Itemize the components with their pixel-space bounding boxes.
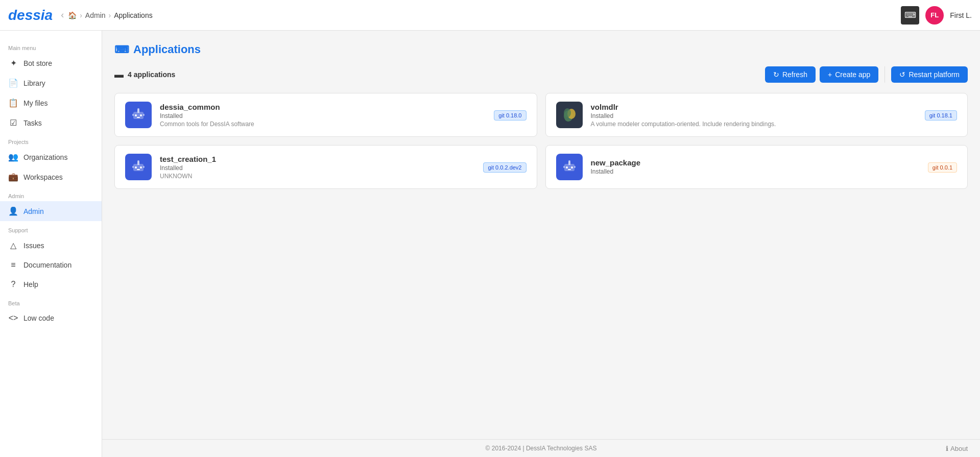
sidebar-item-label: Tasks [23, 119, 42, 127]
sidebar-item-documentation[interactable]: ≡ Documentation [0, 255, 102, 275]
header-right: ⌨ FL First L. [901, 6, 972, 25]
app-name: test_creation_1 [160, 155, 475, 163]
support-label: Support [0, 221, 102, 235]
app-name: volmdlr [591, 103, 917, 111]
app-status: Installed [591, 112, 917, 119]
documentation-icon: ≡ [8, 260, 18, 270]
app-info-new-package: new_package Installed [591, 158, 920, 176]
about-button[interactable]: ℹ About [946, 445, 968, 452]
sidebar-item-low-code[interactable]: <> Low code [0, 308, 102, 328]
app-info-volmdlr: volmdlr Installed A volume modeler compu… [591, 103, 917, 128]
main-layout: Main menu ✦ Bot store 📄 Library 📋 My fil… [0, 31, 980, 457]
version-badge: git 0.0.1 [928, 162, 957, 173]
create-label: Create app [835, 70, 870, 79]
breadcrumb-sep-2: › [109, 11, 111, 19]
refresh-button[interactable]: ↻ Refresh [765, 66, 816, 83]
svg-rect-17 [132, 166, 134, 168]
svg-point-16 [137, 160, 139, 162]
sidebar-item-tasks[interactable]: ☑ Tasks [0, 113, 102, 133]
sidebar-item-workspaces[interactable]: 💼 Workspaces [0, 167, 102, 187]
sidebar-item-label: Library [23, 79, 45, 87]
app-desc: Common tools for DessIA software [160, 121, 486, 128]
sidebar-item-issues[interactable]: △ Issues [0, 235, 102, 255]
back-button[interactable]: ‹ [61, 10, 64, 20]
sidebar-item-label: Help [23, 280, 38, 288]
main-content: ⌨ Applications ▬ 4 applications ↻ Refres… [102, 31, 980, 457]
terminal-icon: ⌨ [114, 43, 129, 56]
bot-store-icon: ✦ [8, 58, 18, 68]
library-icon: 📄 [8, 78, 18, 88]
refresh-label: Refresh [782, 70, 807, 79]
home-icon[interactable]: 🏠 [68, 11, 77, 19]
low-code-icon: <> [8, 314, 18, 323]
page-title-text: Applications [133, 43, 201, 56]
issues-icon: △ [8, 240, 18, 250]
breadcrumb-admin[interactable]: Admin [85, 11, 106, 19]
app-status: Installed [160, 112, 486, 119]
app-name: new_package [591, 158, 920, 167]
sidebar-item-library[interactable]: 📄 Library [0, 73, 102, 93]
sidebar-item-label: Workspaces [23, 173, 63, 181]
version-badge: git 0.18.1 [925, 110, 957, 121]
breadcrumb: 🏠 › Admin › Applications [68, 11, 153, 19]
svg-point-20 [566, 166, 568, 169]
app-info-dessia-common: dessia_common Installed Common tools for… [160, 103, 486, 128]
footer: © 2016-2024 | DessIA Technologies SAS ℹ … [102, 439, 980, 457]
app-card-new-package[interactable]: new_package Installed git 0.0.1 [545, 145, 968, 189]
admin-icon: 👤 [8, 206, 18, 216]
svg-rect-14 [137, 169, 140, 170]
version-badge: git 0.18.0 [494, 110, 526, 121]
svg-rect-18 [143, 166, 145, 168]
app-count-icon: ▬ [114, 69, 124, 80]
my-files-icon: 📋 [8, 98, 18, 108]
app-card-volmdlr[interactable]: volmdlr Installed A volume modeler compu… [545, 93, 968, 137]
sidebar-item-my-files[interactable]: 📋 My files [0, 93, 102, 113]
sidebar-item-label: Low code [23, 314, 54, 322]
breadcrumb-applications: Applications [114, 11, 153, 19]
app-card-test-creation-1[interactable]: test_creation_1 Installed UNKNOWN git 0.… [114, 145, 537, 189]
sidebar-item-bot-store[interactable]: ✦ Bot store [0, 53, 102, 73]
logo: dessia [8, 7, 53, 23]
sidebar-item-label: Documentation [23, 261, 71, 269]
svg-rect-22 [568, 169, 571, 170]
admin-label: Admin [0, 187, 102, 201]
toolbar-right: ↻ Refresh + Create app ↺ Restart platfor… [765, 66, 968, 83]
app-icon-test-creation-1 [125, 154, 152, 180]
sidebar-item-organizations[interactable]: 👥 Organizations [0, 147, 102, 167]
projects-label: Projects [0, 133, 102, 147]
svg-point-21 [571, 166, 573, 169]
avatar[interactable]: FL [925, 6, 944, 25]
content-area: ⌨ Applications ▬ 4 applications ↻ Refres… [102, 31, 980, 439]
svg-rect-25 [563, 166, 565, 168]
beta-label: Beta [0, 294, 102, 308]
sidebar-item-label: Bot store [23, 59, 52, 67]
create-app-button[interactable]: + Create app [820, 66, 878, 83]
app-status: Installed [160, 164, 475, 172]
sidebar-item-label: Issues [23, 242, 44, 250]
sidebar-item-label: Organizations [23, 153, 67, 161]
restart-label: Restart platform [909, 70, 960, 79]
svg-rect-6 [132, 114, 134, 116]
svg-rect-7 [143, 114, 145, 116]
user-name: First L. [950, 11, 972, 19]
svg-point-1 [135, 114, 137, 116]
info-icon: ℹ [946, 445, 948, 452]
app-icon-volmdlr [556, 102, 583, 128]
app-badge-test-creation-1: git 0.0.2.dev2 [483, 162, 526, 172]
restart-platform-button[interactable]: ↺ Restart platform [891, 66, 968, 83]
keyboard-icon-button[interactable]: ⌨ [901, 6, 919, 25]
page-title: ⌨ Applications [114, 43, 968, 56]
svg-point-12 [135, 166, 137, 169]
app-count-text: 4 applications [128, 70, 175, 79]
app-badge-new-package: git 0.0.1 [928, 162, 957, 172]
app-desc: A volume modeler computation-oriented. I… [591, 121, 917, 128]
main-menu-label: Main menu [0, 39, 102, 53]
refresh-icon: ↻ [773, 70, 779, 79]
breadcrumb-sep-1: › [80, 11, 82, 19]
app-icon-dessia-common [125, 102, 152, 128]
svg-point-24 [568, 160, 570, 162]
app-card-dessia-common[interactable]: dessia_common Installed Common tools for… [114, 93, 537, 137]
sidebar-item-admin[interactable]: 👤 Admin [0, 201, 102, 221]
sidebar-item-help[interactable]: ? Help [0, 275, 102, 294]
app-status: Installed [591, 168, 920, 175]
